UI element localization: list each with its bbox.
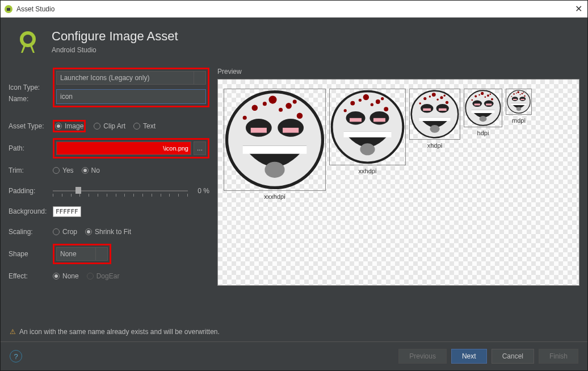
svg-point-66: [513, 93, 515, 95]
svg-rect-63: [513, 99, 517, 100]
svg-point-56: [472, 99, 473, 101]
svg-point-73: [523, 92, 524, 93]
svg-point-23: [360, 143, 375, 155]
svg-point-65: [516, 107, 521, 111]
preview-icon: [506, 89, 532, 115]
preview-label: Preview: [217, 68, 579, 76]
icon-type-dropdown-button[interactable]: [194, 71, 206, 85]
icon-type-value: Launcher Icons (Legacy only): [60, 74, 149, 82]
svg-point-59: [490, 93, 492, 95]
svg-point-12: [285, 103, 292, 109]
preview-icon: [409, 89, 460, 140]
svg-point-16: [263, 102, 267, 106]
svg-point-55: [491, 98, 493, 101]
svg-rect-35: [423, 109, 431, 111]
svg-point-72: [516, 93, 517, 94]
svg-point-38: [423, 97, 426, 100]
page-subtitle: Android Studio: [52, 46, 178, 54]
android-studio-icon: [4, 5, 13, 14]
svg-point-71: [520, 94, 521, 95]
svg-point-3: [23, 35, 32, 44]
path-input[interactable]: \icon.png: [56, 141, 191, 155]
svg-point-11: [268, 96, 276, 104]
svg-point-53: [481, 92, 484, 95]
padding-slider[interactable]: [53, 185, 188, 197]
preview-size-label: mdpi: [512, 117, 526, 124]
preview-size-label: hdpi: [477, 130, 489, 136]
preview-icon: [464, 89, 502, 127]
padding-label: Padding:: [9, 187, 53, 195]
svg-rect-64: [520, 99, 524, 100]
svg-point-15: [279, 108, 283, 112]
background-label: Background:: [9, 207, 53, 215]
help-button[interactable]: ?: [10, 350, 22, 362]
svg-point-61: [512, 97, 518, 101]
svg-point-44: [429, 95, 431, 97]
trim-yes-radio[interactable]: Yes: [53, 166, 74, 174]
svg-point-51: [480, 116, 487, 122]
padding-percent: 0 %: [192, 187, 209, 195]
preview-item: xxhdpi: [329, 89, 406, 174]
effect-dogear-radio[interactable]: DogEar: [87, 272, 120, 280]
svg-rect-21: [350, 118, 362, 122]
svg-point-37: [430, 125, 439, 133]
asset-type-image-radio[interactable]: Image: [55, 122, 83, 130]
svg-point-14: [243, 116, 247, 120]
svg-point-70: [511, 96, 513, 97]
preview-size-label: xxxhdpi: [264, 193, 285, 200]
preview-size-label: xhdpi: [427, 142, 442, 149]
path-browse-button[interactable]: ...: [194, 141, 206, 155]
svg-point-69: [524, 95, 526, 97]
svg-point-68: [522, 93, 523, 94]
svg-point-25: [363, 94, 369, 100]
scaling-crop-radio[interactable]: Crop: [53, 228, 77, 236]
slider-thumb-icon[interactable]: [75, 187, 81, 194]
preview-icon: [224, 89, 326, 191]
svg-point-52: [474, 95, 477, 98]
svg-point-29: [371, 103, 373, 106]
asset-type-text-radio[interactable]: Text: [133, 122, 156, 130]
android-studio-logo-icon: [14, 28, 41, 55]
header: Configure Image Asset Android Studio: [1, 18, 587, 68]
svg-point-9: [264, 162, 284, 178]
svg-point-24: [350, 101, 355, 106]
shape-select[interactable]: None: [56, 247, 96, 261]
shape-label: Shape: [9, 250, 53, 258]
titlebar: Asset Studio ✕: [1, 1, 587, 18]
background-color-swatch[interactable]: FFFFFF: [53, 206, 81, 217]
svg-point-30: [359, 99, 362, 102]
finish-button[interactable]: Finish: [539, 349, 578, 364]
svg-rect-49: [474, 103, 480, 105]
scaling-shrink-radio[interactable]: Shrink to Fit: [85, 228, 131, 236]
svg-point-54: [487, 94, 489, 97]
svg-rect-50: [486, 103, 492, 105]
svg-point-26: [376, 99, 380, 104]
effect-none-radio[interactable]: None: [53, 272, 79, 280]
warning-icon: ⚠: [10, 328, 16, 336]
asset-type-clipart-radio[interactable]: Clip Art: [94, 122, 125, 130]
svg-rect-36: [439, 109, 447, 111]
svg-point-13: [297, 112, 303, 119]
svg-rect-1: [7, 8, 10, 11]
preview-item: hdpi: [464, 89, 502, 136]
svg-point-57: [485, 97, 486, 98]
shape-dropdown-button[interactable]: [95, 247, 108, 261]
svg-point-42: [419, 102, 421, 104]
window-title: Asset Studio: [16, 5, 573, 13]
svg-rect-22: [373, 118, 385, 122]
trim-label: Trim:: [9, 166, 53, 174]
next-button[interactable]: Next: [451, 349, 487, 364]
preview-size-label: xxhdpi: [359, 168, 377, 174]
preview-item: mdpi: [506, 89, 532, 124]
svg-rect-8: [283, 128, 299, 133]
icon-type-select[interactable]: Launcher Icons (Legacy only): [56, 71, 194, 85]
previous-button[interactable]: Previous: [398, 349, 447, 364]
trim-no-radio[interactable]: No: [82, 166, 100, 174]
preview-item: xxxhdpi: [224, 89, 326, 200]
svg-point-34: [436, 104, 449, 112]
preview-item: xhdpi: [409, 89, 460, 149]
name-label: Name:: [9, 95, 53, 103]
close-icon[interactable]: ✕: [573, 3, 584, 14]
cancel-button[interactable]: Cancel: [492, 349, 534, 364]
page-title: Configure Image Asset: [52, 29, 178, 44]
